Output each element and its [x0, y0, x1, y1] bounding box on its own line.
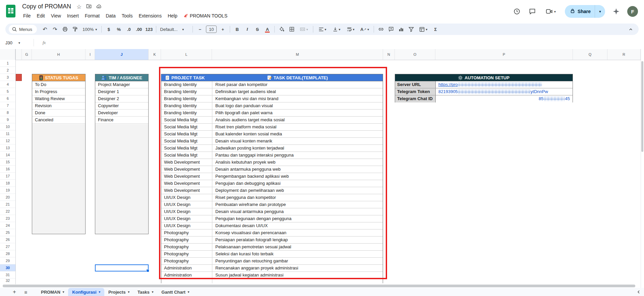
task-detail-cell[interactable]: Pengujian kegunaan dengan pengguna [212, 215, 383, 222]
project-task-cell[interactable]: Social Media Mgt [161, 145, 212, 152]
vertical-scrollbar[interactable] [641, 61, 643, 152]
format-percent-button[interactable]: % [114, 25, 123, 34]
project-task-header-row[interactable]: PROJECT TASK TASK DETAIL(TEMPLATE) [161, 74, 383, 81]
row-header-2[interactable]: 2 [0, 67, 15, 74]
task-detail-cell[interactable]: Desain visual konten menarik [212, 138, 383, 144]
status-tugas-header[interactable]: STATUS TUGAS [32, 74, 85, 81]
project-task-cell[interactable]: Branding Identity [161, 81, 212, 88]
project-task-cell[interactable]: Administration [161, 272, 212, 279]
undo-button[interactable]: ↶ [40, 25, 50, 34]
insert-link-button[interactable] [376, 25, 386, 34]
project-task-cell[interactable]: UI/UX Design [161, 194, 212, 201]
decrease-font-size-button[interactable]: − [195, 25, 205, 34]
menu-format[interactable]: Format [82, 12, 103, 19]
task-detail-cell[interactable]: Analisis kebutuhan proyek web [212, 159, 383, 166]
task-detail-cell[interactable]: Buat logo dan panduan visual [212, 102, 383, 109]
menu-proman-tools[interactable]: PROMAN TOOLS [180, 12, 230, 19]
task-detail-cell[interactable]: Pengujian dan debugging aplikasi [212, 180, 383, 187]
insert-chart-button[interactable] [396, 25, 406, 34]
row-header-14[interactable]: 14 [0, 152, 15, 159]
sheet-tab-tasks[interactable]: Tasks▾ [133, 288, 157, 296]
project-task-cell[interactable]: Branding Identity [161, 95, 212, 102]
task-detail-cell[interactable]: Pilih tipografi dan palet warna [212, 110, 383, 116]
row-header-8[interactable]: 8 [0, 109, 15, 116]
project-task-header[interactable]: PROJECT TASK [161, 74, 212, 81]
all-sheets-button[interactable]: ≡ [20, 288, 32, 296]
strikethrough-button[interactable]: S [253, 25, 262, 34]
project-task-cell[interactable]: Web Development [161, 159, 212, 166]
select-all-corner[interactable] [0, 49, 15, 60]
task-detail-cell[interactable]: Kembangkan visi dan misi brand [212, 95, 383, 102]
row-header-21[interactable]: 21 [0, 201, 15, 208]
side-panel-collapse-icon[interactable] [637, 288, 644, 296]
search-menus-button[interactable]: Menus [9, 25, 37, 34]
project-task-cell[interactable]: UI/UX Design [161, 215, 212, 222]
task-detail-cell[interactable]: Jadwalkan posting konten terjadwal [212, 145, 383, 152]
meet-video-call-button[interactable]: ▾ [543, 7, 558, 16]
row-header-29[interactable]: 29 [0, 257, 15, 264]
project-task-cell[interactable]: Social Media Mgt [161, 131, 212, 137]
text-color-button[interactable]: A [263, 25, 272, 34]
red-header-cell-partial[interactable] [16, 74, 22, 81]
task-detail-cell[interactable]: Pengembangan backend aplikasi web [212, 173, 383, 180]
sheets-logo-icon[interactable] [6, 5, 15, 17]
row-header-4[interactable]: 4 [0, 81, 15, 88]
italic-button[interactable]: I [243, 25, 252, 34]
row-header-24[interactable]: 24 [0, 222, 15, 229]
project-task-cell[interactable]: Web Development [161, 166, 212, 173]
task-detail-cell[interactable]: Analisis audiens target media sosial [212, 117, 383, 123]
task-detail-cell[interactable]: Pantau dan tanggapi interaksi pengguna [212, 152, 383, 159]
row-header-13[interactable]: 13 [0, 144, 15, 152]
column-header-partial[interactable] [15, 49, 22, 60]
team-item[interactable]: Designer 2 [95, 95, 148, 102]
column-header-R[interactable]: R [607, 49, 641, 60]
fill-handle[interactable] [146, 269, 149, 272]
increase-font-size-button[interactable]: + [218, 25, 227, 34]
menu-edit[interactable]: Edit [34, 12, 48, 19]
row-header-11[interactable]: 11 [0, 130, 15, 137]
automation-label-cell[interactable]: Telegram Token [395, 88, 436, 95]
collapse-toolbar-button[interactable] [626, 25, 635, 34]
horizontal-align-button[interactable]: ▾ [316, 25, 329, 34]
tim-assignee-header[interactable]: TIM / ASSIGNEE [95, 74, 148, 81]
project-task-cell[interactable]: Branding Identity [161, 88, 212, 95]
column-header-J[interactable]: J [95, 49, 149, 60]
task-detail-cell[interactable]: Riset pasar dan kompetitor [212, 81, 383, 88]
row-header-12[interactable]: 12 [0, 137, 15, 144]
account-avatar[interactable]: F [627, 6, 638, 17]
status-table-empty-area[interactable] [32, 124, 85, 234]
column-header-M[interactable]: M [212, 49, 383, 60]
row-header-7[interactable]: 7 [0, 102, 15, 109]
menu-help[interactable]: Help [165, 12, 180, 19]
team-item[interactable]: Copywriter [95, 102, 148, 110]
print-button[interactable] [60, 25, 70, 34]
row-header-9[interactable]: 9 [0, 116, 15, 123]
task-detail-cell[interactable]: Definisikan target audiens ideal [212, 88, 383, 95]
project-task-cell[interactable]: Web Development [161, 187, 212, 194]
status-item[interactable]: In Progress [32, 88, 85, 95]
project-task-cell[interactable]: Photography [161, 251, 212, 257]
row-header-26[interactable]: 26 [0, 236, 15, 243]
project-task-cell[interactable]: Branding Identity [161, 102, 212, 109]
menu-extensions[interactable]: Extensions [136, 12, 164, 19]
project-task-cell[interactable]: Social Media Mgt [161, 117, 212, 123]
task-detail-cell[interactable]: Desain antarmuka pengguna web [212, 166, 383, 173]
add-sheet-button[interactable]: + [9, 288, 20, 296]
automation-value-cell[interactable]: 82193905ytDnnPw [436, 88, 573, 95]
star-icon[interactable]: ☆ [76, 3, 82, 10]
automation-value-cell[interactable]: https://pro [436, 81, 573, 88]
column-header-N[interactable]: N [383, 49, 395, 60]
column-header-K[interactable]: K [149, 49, 161, 60]
menu-file[interactable]: File [20, 12, 34, 19]
merge-cells-button[interactable]: ▾ [297, 25, 311, 34]
team-item[interactable]: Developer [95, 110, 148, 117]
tim-table-empty-area[interactable] [95, 124, 148, 234]
format-currency-button[interactable]: $ [104, 25, 113, 34]
row-header-22[interactable]: 22 [0, 208, 15, 215]
status-item[interactable]: Done [32, 110, 85, 117]
automation-label-cell[interactable]: Telegram Chat ID [395, 95, 436, 102]
text-wrap-button[interactable]: ▾ [344, 25, 357, 34]
partial-task-row[interactable] [161, 279, 383, 283]
sheet-tab-gantt-chart[interactable]: Gantt Chart▾ [157, 288, 193, 296]
menu-view[interactable]: View [48, 12, 64, 19]
